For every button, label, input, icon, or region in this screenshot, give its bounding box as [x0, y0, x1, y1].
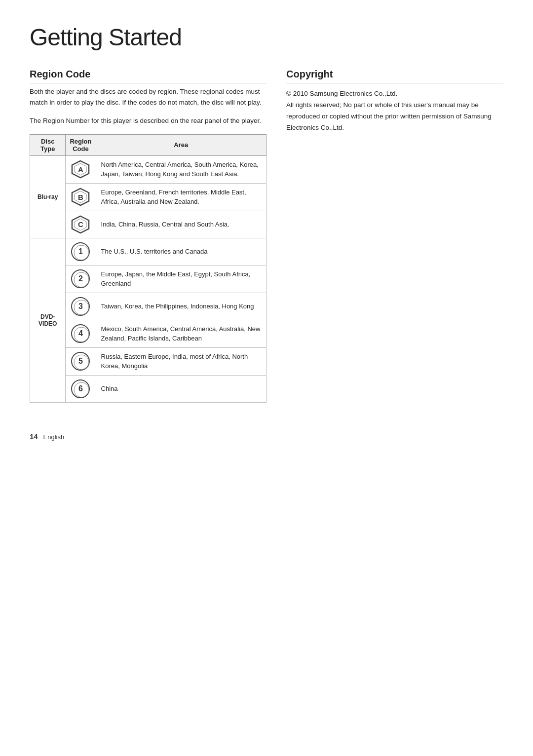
area-cell: Europe, Japan, the Middle East, Egypt, S… [96, 265, 266, 293]
copyright-section: Copyright © 2010 Samsung Electronics Co.… [286, 69, 503, 403]
copyright-line2: All rights reserved; No part or whole of… [286, 100, 503, 134]
col-header-disc-type: Disc Type [30, 134, 66, 155]
region-code-section: Region Code Both the player and the disc… [30, 69, 266, 403]
area-cell: Mexico, South America, Central America, … [96, 320, 266, 347]
table-row: 4 Mexico, South America, Central America… [30, 320, 266, 347]
area-cell: Europe, Greenland, French territories, M… [96, 183, 266, 211]
page-number: 14 [30, 432, 38, 441]
region-table: Disc Type RegionCode Area Blu-ray A Nort… [30, 134, 266, 403]
page-title: Getting Started [30, 24, 503, 51]
disc-type-cell: DVD-VIDEO [30, 238, 66, 402]
region-code-title: Region Code [30, 69, 266, 83]
region-code-icon-cell: C [66, 211, 96, 238]
region-code-icon-cell: 1 [66, 238, 96, 265]
copyright-line1: © 2010 Samsung Electronics Co.,Ltd. [286, 88, 503, 100]
area-cell: China [96, 375, 266, 402]
table-row: 2 Europe, Japan, the Middle East, Egypt,… [30, 265, 266, 293]
region-code-label: 4 [78, 329, 83, 338]
table-row: DVD-VIDEO 1 The U.S., U.S. territories a… [30, 238, 266, 265]
area-cell: Russia, Eastern Europe, India, most of A… [96, 347, 266, 375]
col-header-region-code: RegionCode [66, 134, 96, 155]
disc-type-cell: Blu-ray [30, 155, 66, 238]
col-header-area: Area [96, 134, 266, 155]
region-code-icon-cell: 3 [66, 293, 96, 320]
footer-language: English [43, 433, 65, 441]
region-code-icon-cell: A [66, 155, 96, 183]
region-code-label: C [78, 220, 83, 228]
region-code-label: 3 [78, 302, 83, 311]
region-code-icon-cell: 6 [66, 375, 96, 402]
table-row: B Europe, Greenland, French territories,… [30, 183, 266, 211]
region-code-icon-cell: 4 [66, 320, 96, 347]
area-cell: The U.S., U.S. territories and Canada [96, 238, 266, 265]
table-row: 3 Taiwan, Korea, the Philippines, Indone… [30, 293, 266, 320]
region-code-label: 1 [78, 247, 83, 256]
page-footer: 14 English [30, 432, 503, 441]
region-code-desc2: The Region Number for this player is des… [30, 115, 266, 126]
table-row: C India, China, Russia, Central and Sout… [30, 211, 266, 238]
area-cell: India, China, Russia, Central and South … [96, 211, 266, 238]
copyright-title: Copyright [286, 69, 503, 83]
table-row: 6 China [30, 375, 266, 402]
region-code-label: B [78, 193, 83, 201]
region-code-label: A [78, 165, 83, 174]
region-code-icon-cell: 5 [66, 347, 96, 375]
table-row: Blu-ray A North America, Central America… [30, 155, 266, 183]
region-code-icon-cell: 2 [66, 265, 96, 293]
area-cell: North America, Central America, South Am… [96, 155, 266, 183]
region-code-desc1: Both the player and the discs are coded … [30, 86, 266, 108]
region-code-label: 6 [78, 384, 83, 393]
region-code-label: 2 [78, 274, 83, 283]
area-cell: Taiwan, Korea, the Philippines, Indonesi… [96, 293, 266, 320]
region-code-label: 5 [78, 357, 83, 366]
region-code-icon-cell: B [66, 183, 96, 211]
table-row: 5 Russia, Eastern Europe, India, most of… [30, 347, 266, 375]
